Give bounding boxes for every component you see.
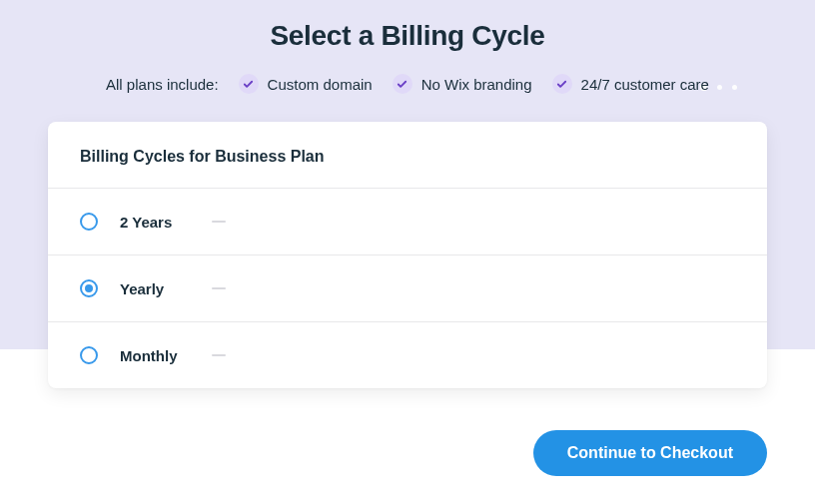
include-item-custom-domain: Custom domain xyxy=(239,74,373,94)
dash-icon xyxy=(212,287,226,289)
includes-row: All plans include: Custom domain No Wix … xyxy=(0,74,815,94)
option-label: 2 Years xyxy=(120,214,190,231)
dash-icon xyxy=(212,221,226,223)
billing-option-2-years[interactable]: 2 Years xyxy=(48,189,767,255)
check-icon xyxy=(552,74,572,94)
card-title: Billing Cycles for Business Plan xyxy=(48,122,767,189)
include-item-label: No Wix branding xyxy=(421,76,532,93)
check-icon xyxy=(239,74,259,94)
option-label: Monthly xyxy=(120,347,190,364)
continue-to-checkout-button[interactable]: Continue to Checkout xyxy=(533,430,767,476)
radio-icon xyxy=(80,279,98,297)
dash-icon xyxy=(212,354,226,356)
button-row: Continue to Checkout xyxy=(0,388,815,476)
include-item-no-branding: No Wix branding xyxy=(393,74,532,94)
include-item-customer-care: 24/7 customer care xyxy=(552,74,709,94)
billing-card: Billing Cycles for Business Plan 2 Years… xyxy=(48,122,767,388)
billing-option-yearly[interactable]: Yearly xyxy=(48,255,767,322)
billing-option-monthly[interactable]: Monthly xyxy=(48,322,767,388)
radio-icon xyxy=(80,213,98,231)
check-icon xyxy=(393,74,412,94)
page-title: Select a Billing Cycle xyxy=(0,0,815,52)
radio-icon xyxy=(80,346,98,364)
include-item-label: Custom domain xyxy=(268,76,373,93)
include-item-label: 24/7 customer care xyxy=(581,76,709,93)
option-label: Yearly xyxy=(120,280,190,297)
includes-label: All plans include: xyxy=(106,76,219,93)
